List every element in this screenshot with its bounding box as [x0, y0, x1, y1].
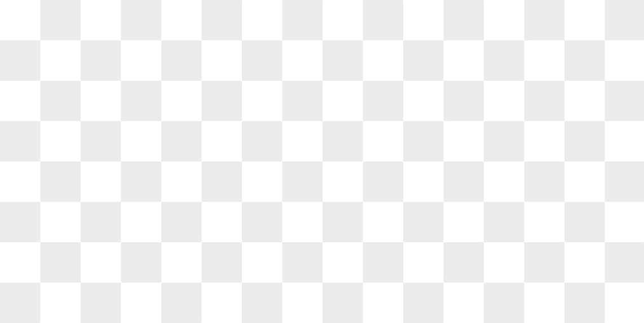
transparency-checkerboard: [0, 0, 644, 323]
